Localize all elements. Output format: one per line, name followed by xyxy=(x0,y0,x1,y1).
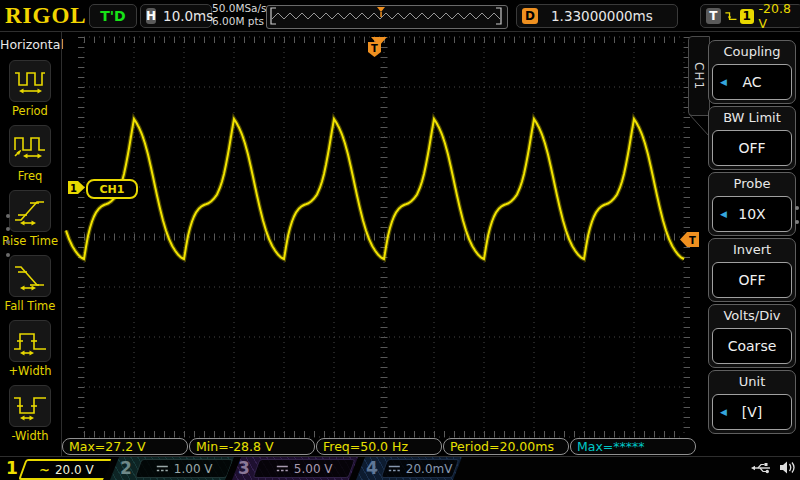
measurement-cell-4[interactable]: Period=20.00ms xyxy=(443,438,569,455)
measure-item-label: Freq xyxy=(0,169,60,183)
measure-menu-title: Horizontal xyxy=(0,37,60,52)
measure-item--width[interactable]: -Width xyxy=(0,385,60,443)
page-indicator-dot xyxy=(795,220,799,224)
trigger-status-indicator: T'D xyxy=(89,4,137,28)
channel-scale-value: 20.0mV xyxy=(406,461,453,475)
timebase-value: 10.0ms xyxy=(163,8,213,24)
scroll-indicator-dot xyxy=(6,253,10,257)
trigger-settings-indicator: T 1 -20.8 V xyxy=(700,4,800,28)
channel-scale-box: 20.0mV xyxy=(381,459,460,478)
measure-item--width[interactable]: +Width xyxy=(0,320,60,378)
channel-scale-value: 1.00 V xyxy=(174,461,213,475)
usb-icon xyxy=(750,461,772,475)
minus-width-icon xyxy=(9,385,51,427)
svg-text:T: T xyxy=(371,43,378,54)
menu-item-label: BW Limit xyxy=(709,107,795,128)
leftmenu-divider xyxy=(61,32,62,456)
graticule xyxy=(81,37,687,437)
acquisition-info: 50.0MSa/s 6.00M pts xyxy=(212,2,267,28)
t-badge: T xyxy=(706,8,721,24)
measure-item-label: Period xyxy=(0,104,60,118)
plus-width-icon xyxy=(9,320,51,362)
menu-item-probe[interactable]: Probe◀10X xyxy=(708,172,796,236)
channel-scale-box: 5.00 V xyxy=(253,459,356,478)
channel-scale-box: 1.00 V xyxy=(135,459,234,478)
menu-value-text: 10X xyxy=(738,206,765,222)
menu-item-value: ◀10X xyxy=(712,196,792,232)
right-menu-tab-ch1: CH1 xyxy=(688,36,710,116)
select-triangle-icon: ◀ xyxy=(720,407,727,417)
measure-item-freq[interactable]: Freq xyxy=(0,125,60,183)
fall-time-icon xyxy=(9,255,51,297)
measure-menu: Horizontal PeriodFreqRise TimeFall Time+… xyxy=(0,32,60,456)
channel-scale-box: ~20.0 V xyxy=(18,459,114,480)
sample-rate: 50.0MSa/s xyxy=(212,2,267,15)
measure-item-fall-time[interactable]: Fall Time xyxy=(0,255,60,313)
menu-item-value: ◀[V] xyxy=(712,394,792,430)
ch1-trace-glow xyxy=(66,119,684,259)
scroll-indicator-dot xyxy=(6,214,10,218)
svg-text:T: T xyxy=(689,235,696,246)
menu-item-label: Probe xyxy=(709,173,795,194)
period-icon xyxy=(9,60,51,102)
rise-time-icon xyxy=(9,190,51,232)
channel-1-status[interactable]: 1~20.0 V xyxy=(0,457,112,480)
measurement-cell-5[interactable]: Max=***** xyxy=(570,438,696,455)
channel-scale-value: 20.0 V xyxy=(55,462,94,476)
measurement-cell-1[interactable]: Max=27.2 V xyxy=(62,438,188,455)
menu-item-value: OFF xyxy=(712,262,792,298)
menu-item-value: ◀AC xyxy=(712,64,792,100)
channel-number: 4 xyxy=(366,458,378,478)
scope-display: T T 1 xyxy=(0,0,800,480)
memory-depth: 6.00M pts xyxy=(212,15,267,28)
system-icons xyxy=(750,460,796,475)
channel-status-bar: 1~20.0 V21.00 V35.00 V420.0mV xyxy=(0,457,800,480)
ch1-trace xyxy=(66,119,684,259)
menu-item-bw-limit[interactable]: BW LimitOFF xyxy=(708,106,796,170)
horizontal-timebase-indicator: H 10.0ms xyxy=(140,4,212,28)
measure-item-label: +Width xyxy=(0,364,60,378)
dc-coupling-icon xyxy=(156,461,169,475)
select-triangle-icon: ◀ xyxy=(720,209,727,219)
menu-value-text: OFF xyxy=(738,272,765,288)
measure-item-period[interactable]: Period xyxy=(0,60,60,118)
measure-item-label: -Width xyxy=(0,429,60,443)
menu-item-invert[interactable]: InvertOFF xyxy=(708,238,796,302)
waveform-memory-preview xyxy=(266,5,508,29)
ch1-trace-label: CH1 xyxy=(86,179,138,199)
ac-coupling-icon: ~ xyxy=(39,462,50,477)
channel-2-status[interactable]: 21.00 V xyxy=(110,457,234,480)
menu-item-value: OFF xyxy=(712,130,792,166)
falling-edge-icon xyxy=(724,9,738,24)
channel-4-status[interactable]: 420.0mV xyxy=(356,457,462,480)
menu-item-volts-div[interactable]: Volts/DivCoarse xyxy=(708,304,796,368)
channel-scale-value: 5.00 V xyxy=(294,461,333,475)
channel-number: 2 xyxy=(120,458,132,478)
menu-item-value: Coarse xyxy=(712,328,792,364)
d-badge: D xyxy=(522,8,538,24)
delay-value: 1.33000000ms xyxy=(551,8,653,24)
channel1-position-marker: 1 xyxy=(68,181,85,194)
menu-item-label: Unit xyxy=(709,371,795,392)
beeper-icon xyxy=(779,460,796,475)
trigger-level-value: -20.8 V xyxy=(759,1,800,31)
freq-icon xyxy=(9,125,51,167)
measurement-cell-2[interactable]: Min=-28.8 V xyxy=(189,438,315,455)
menu-item-coupling[interactable]: Coupling◀AC xyxy=(708,40,796,104)
scroll-indicator-dot xyxy=(6,227,10,231)
dc-coupling-icon xyxy=(388,461,401,475)
topbar-divider xyxy=(0,31,800,32)
menu-item-label: Coupling xyxy=(709,41,795,62)
trigger-source-badge: 1 xyxy=(740,9,754,24)
menu-value-text: Coarse xyxy=(728,338,777,354)
menu-item-unit[interactable]: Unit◀[V] xyxy=(708,370,796,434)
channel-number: 1 xyxy=(6,458,18,478)
menu-item-label: Volts/Div xyxy=(709,305,795,326)
h-badge: H xyxy=(146,8,156,24)
measurement-cell-3[interactable]: Freq=50.0 Hz xyxy=(316,438,442,455)
dc-coupling-icon xyxy=(276,461,289,475)
oscilloscope-screen: T T 1 RIGOL T'D H 10.0ms 50.0MSa/s 6.00M… xyxy=(0,0,800,480)
channel-3-status[interactable]: 35.00 V xyxy=(232,457,358,480)
delay-indicator: D 1.33000000ms xyxy=(516,4,678,28)
menu-value-text: AC xyxy=(742,74,761,90)
